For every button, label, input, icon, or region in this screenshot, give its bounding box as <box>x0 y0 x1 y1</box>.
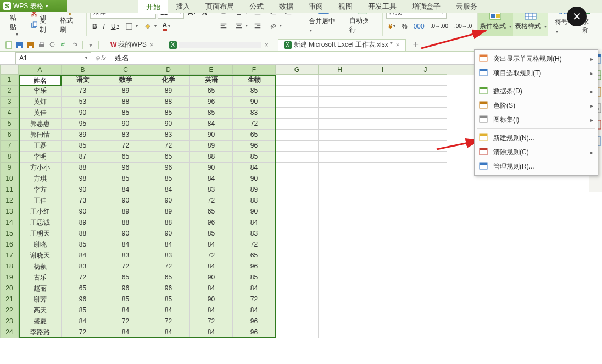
cell[interactable]: 72 <box>147 261 190 272</box>
cell[interactable] <box>404 75 447 86</box>
cell[interactable]: 73 <box>62 86 104 97</box>
cell[interactable] <box>404 239 447 250</box>
bold-button[interactable]: B <box>90 21 99 32</box>
cell[interactable] <box>319 294 361 305</box>
cell[interactable] <box>276 217 319 228</box>
cell[interactable]: 96 <box>104 163 147 173</box>
cell[interactable]: 85 <box>62 239 104 250</box>
increase-decimal-button[interactable]: .0→.00 <box>428 21 450 32</box>
cell[interactable] <box>319 206 361 217</box>
menu-tab-1[interactable]: 插入 <box>168 0 198 14</box>
menu-tab-6[interactable]: 视图 <box>331 0 360 14</box>
cell[interactable]: 53 <box>62 97 104 108</box>
row-header[interactable]: 4 <box>0 108 19 119</box>
cell[interactable] <box>276 119 319 130</box>
cell[interactable]: 98 <box>62 173 104 184</box>
cell[interactable] <box>276 305 319 316</box>
cell[interactable] <box>319 184 361 195</box>
row-header[interactable]: 3 <box>0 97 19 108</box>
cell[interactable] <box>276 86 319 97</box>
border-button[interactable]: ▾ <box>123 21 140 32</box>
close-icon[interactable]: × <box>265 41 269 49</box>
cell[interactable] <box>361 316 404 327</box>
cell[interactable] <box>361 75 404 86</box>
cell[interactable]: 化学 <box>147 75 190 86</box>
cell[interactable]: 85 <box>62 305 104 316</box>
cell[interactable] <box>361 239 404 250</box>
cell[interactable] <box>319 261 361 272</box>
cell[interactable] <box>404 250 447 261</box>
cell[interactable] <box>404 152 447 163</box>
cell[interactable]: 83 <box>104 130 147 141</box>
cell[interactable]: 90 <box>62 184 104 195</box>
cell[interactable] <box>319 195 361 206</box>
cell[interactable] <box>361 173 404 184</box>
cell[interactable] <box>276 184 319 195</box>
cell[interactable] <box>276 152 319 163</box>
cell[interactable] <box>319 119 361 130</box>
name-box[interactable]: A1▾ <box>15 52 91 64</box>
row-header[interactable]: 10 <box>0 173 19 184</box>
doc-tab-unnamed[interactable]: X× <box>163 39 275 51</box>
cell[interactable]: 65 <box>233 130 276 141</box>
cell[interactable]: 72 <box>104 316 147 327</box>
cell[interactable]: 语文 <box>62 75 104 86</box>
italic-button[interactable]: I <box>101 21 107 32</box>
cell[interactable]: 72 <box>233 119 276 130</box>
cell[interactable] <box>276 228 319 239</box>
cell[interactable]: 90 <box>62 206 104 217</box>
cell[interactable]: 84 <box>190 305 233 316</box>
row-header[interactable]: 18 <box>0 261 19 272</box>
cell[interactable]: 郭惠惠 <box>19 119 62 130</box>
row-header[interactable]: 11 <box>0 184 19 195</box>
cell[interactable] <box>404 272 447 283</box>
row-header[interactable]: 15 <box>0 228 19 239</box>
cell[interactable]: 谢晓天 <box>19 250 62 261</box>
ctx-item-3[interactable]: 色阶(S)▸ <box>475 98 598 113</box>
cell[interactable]: 89 <box>104 206 147 217</box>
cell[interactable] <box>361 108 404 119</box>
cell[interactable]: 84 <box>62 250 104 261</box>
orientation-button[interactable]: ab▾ <box>267 20 284 31</box>
ctx-item-7[interactable]: 管理规则(R)... <box>475 159 598 173</box>
row-header[interactable]: 14 <box>0 217 19 228</box>
col-header-J[interactable]: J <box>404 65 447 75</box>
cell[interactable]: 89 <box>190 141 233 152</box>
cell[interactable] <box>361 86 404 97</box>
qat-new-icon[interactable] <box>3 40 14 51</box>
cell[interactable]: 88 <box>104 97 147 108</box>
cell[interactable]: 王小红 <box>19 206 62 217</box>
fill-color-button[interactable]: ▾ <box>142 21 159 32</box>
cell[interactable]: 84 <box>147 239 190 250</box>
align-left-button[interactable] <box>218 20 231 31</box>
cell[interactable] <box>276 283 319 294</box>
row-header[interactable]: 1 <box>0 75 19 86</box>
cell[interactable]: 65 <box>104 272 147 283</box>
percent-button[interactable]: % <box>399 21 410 32</box>
row-header[interactable]: 5 <box>0 119 19 130</box>
cell[interactable]: 王磊 <box>19 141 62 152</box>
cell[interactable] <box>319 141 361 152</box>
cell[interactable]: 72 <box>104 261 147 272</box>
ctx-item-6[interactable]: 清除规则(C)▸ <box>475 145 598 159</box>
cell[interactable] <box>404 195 447 206</box>
cell[interactable]: 73 <box>62 195 104 206</box>
row-header[interactable]: 9 <box>0 163 19 173</box>
cell[interactable]: 88 <box>147 217 190 228</box>
cell[interactable]: 90 <box>233 173 276 184</box>
cell[interactable] <box>276 206 319 217</box>
cell[interactable] <box>404 327 447 338</box>
cell[interactable]: 72 <box>147 141 190 152</box>
cell[interactable] <box>404 283 447 294</box>
decrease-decimal-button[interactable]: .00→.0 <box>452 21 474 32</box>
cell[interactable] <box>276 195 319 206</box>
fx-insert-function-button[interactable]: ⊕ fx <box>91 54 109 62</box>
cell[interactable] <box>319 228 361 239</box>
cell[interactable] <box>276 327 319 338</box>
cell[interactable]: 89 <box>233 184 276 195</box>
cell[interactable] <box>319 86 361 97</box>
cell[interactable]: 85 <box>104 173 147 184</box>
cell[interactable]: 赵丽 <box>19 283 62 294</box>
cell[interactable] <box>276 250 319 261</box>
cell[interactable]: 89 <box>62 130 104 141</box>
